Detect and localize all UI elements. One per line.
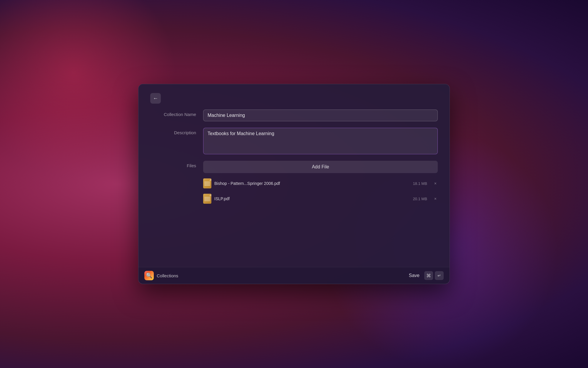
file-remove-button[interactable]: × bbox=[433, 196, 438, 202]
file-remove-button[interactable]: × bbox=[433, 180, 438, 186]
collection-name-row: Collection Name bbox=[150, 110, 438, 121]
file-icon-line bbox=[204, 197, 210, 198]
file-icon-lines bbox=[203, 180, 211, 187]
file-item: Bishop - Pattern...Springer 2006.pdf 18.… bbox=[203, 177, 438, 190]
back-button[interactable]: ← bbox=[150, 93, 161, 104]
file-icon-line bbox=[204, 184, 210, 185]
file-icon-line bbox=[204, 183, 210, 183]
cmd-symbol: ⌘ bbox=[426, 273, 431, 279]
add-file-button[interactable]: Add File bbox=[203, 161, 438, 173]
file-name: ISLP.pdf bbox=[214, 196, 410, 201]
file-icon-lines bbox=[203, 195, 211, 202]
file-icon-line bbox=[204, 200, 210, 201]
file-icon-line bbox=[204, 198, 210, 199]
footer-title: Collections bbox=[157, 273, 407, 278]
file-size: 20.1 MB bbox=[413, 197, 427, 201]
files-section: Add File Bishop - Pattern...Sprin bbox=[203, 161, 438, 205]
main-window: ← Collection Name Description Files Add … bbox=[138, 84, 450, 284]
collection-name-input[interactable] bbox=[203, 110, 438, 121]
app-icon: 🔍 bbox=[144, 271, 154, 280]
file-icon bbox=[203, 194, 211, 204]
file-icon-line bbox=[204, 185, 210, 186]
file-name: Bishop - Pattern...Springer 2006.pdf bbox=[214, 181, 410, 186]
files-row: Files Add File Bis bbox=[150, 161, 438, 205]
collection-name-label: Collection Name bbox=[150, 110, 203, 117]
file-list: Bishop - Pattern...Springer 2006.pdf 18.… bbox=[203, 177, 438, 205]
save-button[interactable]: Save bbox=[407, 272, 422, 279]
file-icon-line bbox=[204, 199, 210, 200]
description-row: Description bbox=[150, 128, 438, 154]
file-item: ISLP.pdf 20.1 MB × bbox=[203, 192, 438, 205]
enter-symbol: ↵ bbox=[437, 273, 441, 278]
window-footer: 🔍 Collections Save ⌘ ↵ bbox=[138, 267, 450, 284]
app-icon-symbol: 🔍 bbox=[146, 272, 152, 279]
description-input[interactable] bbox=[203, 128, 438, 154]
enter-icon: ↵ bbox=[435, 271, 444, 280]
file-size: 18.1 MB bbox=[413, 181, 427, 186]
file-icon-line bbox=[204, 182, 210, 182]
file-icon bbox=[203, 178, 211, 188]
back-arrow-icon: ← bbox=[153, 95, 158, 102]
cmd-icon: ⌘ bbox=[424, 271, 433, 280]
files-label: Files bbox=[150, 161, 203, 168]
description-label: Description bbox=[150, 128, 203, 135]
window-body: ← Collection Name Description Files Add … bbox=[138, 84, 450, 267]
